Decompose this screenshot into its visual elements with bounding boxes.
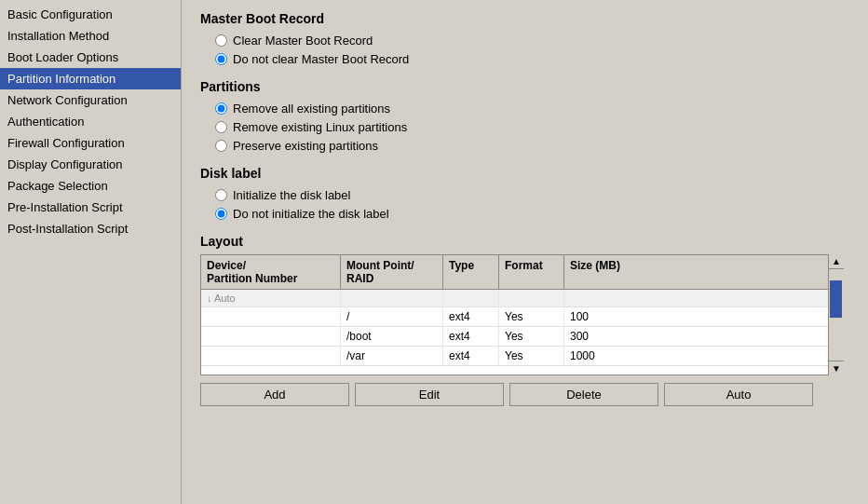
sidebar-item-network-configuration[interactable]: Network Configuration bbox=[0, 89, 181, 111]
remove-all-label: Remove all existing partitions bbox=[233, 102, 390, 116]
auto-row: ↓ Auto bbox=[201, 290, 833, 307]
sidebar-item-pre-installation-script[interactable]: Pre-Installation Script bbox=[0, 197, 181, 218]
auto-button[interactable]: Auto bbox=[664, 383, 813, 406]
layout-buttons: Add Edit Delete Auto bbox=[200, 383, 849, 406]
mbr-title: Master Boot Record bbox=[200, 11, 849, 26]
partitions-section: Partitions Remove all existing partition… bbox=[200, 79, 849, 153]
add-button[interactable]: Add bbox=[200, 383, 349, 406]
mbr-radio-group: Clear Master Boot Record Do not clear Ma… bbox=[215, 34, 849, 66]
sidebar-item-boot-loader-options[interactable]: Boot Loader Options bbox=[0, 47, 181, 68]
remove-all-radio[interactable] bbox=[215, 102, 227, 115]
partitions-option-1[interactable]: Remove all existing partitions bbox=[215, 102, 849, 116]
init-disk-radio[interactable] bbox=[215, 189, 227, 201]
delete-button[interactable]: Delete bbox=[509, 383, 658, 406]
scroll-thumb[interactable] bbox=[830, 280, 842, 318]
disk-label-radio-group: Initialize the disk label Do not initial… bbox=[215, 188, 849, 221]
th-format: Format bbox=[499, 255, 564, 289]
mbr-option-2[interactable]: Do not clear Master Boot Record bbox=[215, 52, 849, 66]
preserve-radio[interactable] bbox=[215, 140, 227, 152]
edit-button[interactable]: Edit bbox=[355, 383, 504, 406]
clear-mbr-label: Clear Master Boot Record bbox=[233, 34, 373, 48]
table-header: Device/Partition Number Mount Point/RAID… bbox=[201, 255, 833, 290]
layout-section: Layout Device/Partition Number Mount Poi… bbox=[200, 234, 849, 406]
no-clear-mbr-radio[interactable] bbox=[215, 53, 227, 65]
sidebar-item-post-installation-script[interactable]: Post-Installation Script bbox=[0, 218, 181, 239]
auto-label: ↓ Auto bbox=[201, 290, 341, 306]
partitions-option-3[interactable]: Preserve existing partitions bbox=[215, 139, 849, 153]
sidebar-item-display-configuration[interactable]: Display Configuration bbox=[0, 154, 181, 175]
mbr-option-1[interactable]: Clear Master Boot Record bbox=[215, 34, 849, 48]
th-device: Device/Partition Number bbox=[201, 255, 341, 289]
remove-linux-radio[interactable] bbox=[215, 121, 227, 133]
partitions-title: Partitions bbox=[200, 79, 849, 94]
partitions-option-2[interactable]: Remove existing Linux partitions bbox=[215, 120, 849, 134]
layout-title: Layout bbox=[200, 234, 849, 249]
table-row[interactable]: /var ext4 Yes 1000 bbox=[201, 347, 833, 366]
disk-label-section: Disk label Initialize the disk label Do … bbox=[200, 166, 849, 221]
th-size: Size (MB) bbox=[564, 255, 658, 289]
scrollbar[interactable]: ▲ ▼ bbox=[828, 254, 843, 375]
th-type: Type bbox=[443, 255, 499, 289]
partition-table: Device/Partition Number Mount Point/RAID… bbox=[200, 254, 834, 375]
partitions-radio-group: Remove all existing partitions Remove ex… bbox=[215, 102, 849, 153]
th-mount: Mount Point/RAID bbox=[341, 255, 443, 289]
no-init-disk-radio[interactable] bbox=[215, 208, 227, 220]
sidebar-item-installation-method[interactable]: Installation Method bbox=[0, 25, 181, 47]
table-row[interactable]: / ext4 Yes 100 bbox=[201, 307, 833, 327]
disk-label-title: Disk label bbox=[200, 166, 849, 181]
table-row[interactable]: /boot ext4 Yes 300 bbox=[201, 327, 833, 347]
sidebar: Basic ConfigurationInstallation MethodBo… bbox=[0, 0, 182, 504]
sidebar-item-firewall-configuration[interactable]: Firewall Configuration bbox=[0, 132, 181, 154]
sidebar-item-partition-information[interactable]: Partition Information bbox=[0, 68, 181, 89]
clear-mbr-radio[interactable] bbox=[215, 34, 227, 47]
content-area: Master Boot Record Clear Master Boot Rec… bbox=[182, 0, 868, 504]
no-clear-mbr-label: Do not clear Master Boot Record bbox=[233, 52, 409, 66]
no-init-disk-label: Do not initialize the disk label bbox=[233, 207, 389, 221]
sidebar-item-authentication[interactable]: Authentication bbox=[0, 111, 181, 132]
master-boot-record-section: Master Boot Record Clear Master Boot Rec… bbox=[200, 11, 849, 66]
remove-linux-label: Remove existing Linux partitions bbox=[233, 120, 407, 134]
sidebar-item-package-selection[interactable]: Package Selection bbox=[0, 175, 181, 197]
scroll-up-button[interactable]: ▲ bbox=[829, 254, 844, 269]
sidebar-item-basic-configuration[interactable]: Basic Configuration bbox=[0, 4, 181, 25]
disk-label-option-2[interactable]: Do not initialize the disk label bbox=[215, 207, 849, 221]
disk-label-option-1[interactable]: Initialize the disk label bbox=[215, 188, 849, 202]
preserve-label: Preserve existing partitions bbox=[233, 139, 378, 153]
scroll-down-button[interactable]: ▼ bbox=[829, 361, 844, 375]
init-disk-label: Initialize the disk label bbox=[233, 188, 350, 202]
table-body: ↓ Auto / ext4 Yes 100 bbox=[201, 290, 833, 375]
